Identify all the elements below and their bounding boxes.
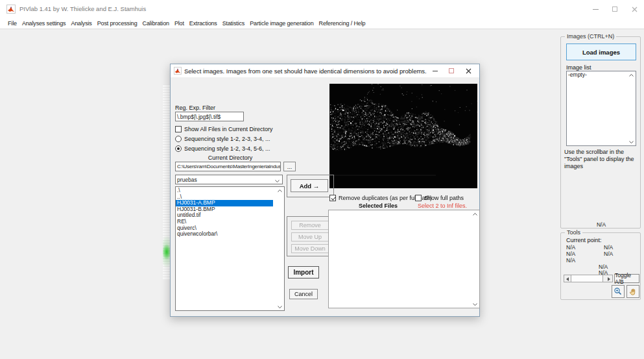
- selected-files-listbox[interactable]: [328, 210, 480, 308]
- show-all-files-label: Show All Files in Current Directory: [184, 126, 273, 132]
- menu-particle-image-generation[interactable]: Particle image generation: [247, 20, 316, 27]
- point-value: N/A: [566, 257, 575, 264]
- regexp-filter-input[interactable]: \.bmp$|\.jpg$|\.tif$: [175, 112, 244, 121]
- scrollbar-thumb[interactable]: [571, 275, 603, 282]
- tools-panel: Tools Current point: N/A N/A N/A N/A N/A…: [560, 232, 641, 300]
- image-list-label: Image list: [566, 64, 591, 71]
- menu-file[interactable]: File: [5, 20, 19, 27]
- dialog-minimize-button[interactable]: [427, 65, 444, 77]
- show-all-files-row[interactable]: Show All Files in Current Directory: [175, 126, 273, 132]
- move-up-button[interactable]: Move Up: [291, 232, 329, 241]
- current-point-label: Current point:: [566, 237, 602, 243]
- window-close-button[interactable]: [625, 1, 644, 18]
- images-na-value: N/A: [561, 221, 641, 228]
- minimize-icon: [593, 9, 599, 10]
- file-list-item[interactable]: quiverwcolorbar\: [176, 231, 284, 238]
- show-all-files-checkbox[interactable]: [175, 126, 182, 132]
- file-list-item[interactable]: RE\: [176, 219, 284, 225]
- file-list-item[interactable]: .\: [176, 188, 284, 194]
- file-list-item[interactable]: untitled.tif: [176, 212, 284, 219]
- point-value: N/A: [604, 244, 613, 251]
- add-button[interactable]: Add →: [291, 179, 328, 192]
- load-images-button[interactable]: Load images: [566, 43, 636, 60]
- dialog-title: Select images. Images from one set shoul…: [184, 68, 427, 75]
- menu-calibration[interactable]: Calibration: [140, 20, 172, 27]
- menu-referencing-help[interactable]: Referencing / Help: [316, 20, 368, 27]
- file-listbox[interactable]: .\ ..\ HJ0031-A.BMP HJ0031-B.BMP untitle…: [175, 186, 285, 311]
- menu-bar: File Analyses settings Analysis Post pro…: [0, 18, 644, 29]
- file-list-item[interactable]: quiverc\: [176, 225, 284, 232]
- close-icon: [632, 6, 638, 12]
- scroll-up-icon[interactable]: [277, 188, 283, 193]
- window-titlebar: PIVlab 1.41 by W. Thielicke and E.J. Sta…: [0, 0, 644, 18]
- window-title: PIVlab 1.41 by W. Thielicke and E.J. Sta…: [19, 5, 146, 12]
- regexp-filter-label: Reg. Exp. Filter: [175, 105, 215, 111]
- seq-style-2-label: Sequencing style 1-2, 3-4, 5-6, ...: [184, 145, 270, 152]
- matlab-dialog-icon: [174, 67, 182, 75]
- remove-duplicates-checkbox[interactable]: [329, 195, 336, 201]
- seq-style-2-row[interactable]: Sequencing style 1-2, 3-4, 5-6, ...: [175, 145, 270, 152]
- window-restore-button[interactable]: [605, 1, 625, 18]
- scroll-up-icon[interactable]: [472, 212, 478, 216]
- minimize-icon: [433, 71, 438, 71]
- window-minimize-button[interactable]: [586, 1, 605, 18]
- background-axes-sliver: [163, 84, 170, 279]
- dialog-close-button[interactable]: [460, 65, 477, 77]
- scroll-down-icon[interactable]: [277, 304, 283, 309]
- file-list-item[interactable]: ..\: [176, 194, 284, 201]
- particle-image-preview: [329, 84, 477, 188]
- clipped-axes-title-fragment: [353, 78, 379, 80]
- close-icon: [466, 68, 471, 74]
- matlab-app-icon: [6, 5, 16, 14]
- folder-dropdown[interactable]: pruebas: [175, 175, 283, 184]
- selected-files-label: Selected Files: [329, 203, 427, 209]
- dialog-titlebar: Select images. Images from one set shoul…: [171, 64, 479, 77]
- images-panel-title: Images (CTRL+N): [565, 33, 616, 40]
- toggle-ab-button[interactable]: Toggle A/B: [614, 274, 639, 283]
- scroll-down-icon[interactable]: [628, 140, 634, 144]
- scroll-down-icon[interactable]: [472, 302, 478, 306]
- tools-panel-title: Tools: [565, 229, 582, 236]
- tools-scrollbar-hint: Use the scrollbar in the "Tools" panel t…: [564, 149, 639, 170]
- seq-style-1-radio[interactable]: [175, 136, 182, 142]
- file-list-item-selected[interactable]: HJ0031-A.BMP: [176, 200, 273, 206]
- seq-style-2-radio[interactable]: [175, 145, 182, 152]
- show-full-paths-checkbox[interactable]: [415, 195, 422, 201]
- zoom-tool-button[interactable]: [612, 285, 625, 298]
- point-value: N/A: [566, 251, 575, 257]
- menu-analyses-settings[interactable]: Analyses settings: [19, 20, 69, 27]
- menu-extractions[interactable]: Extractions: [187, 20, 220, 27]
- chevron-down-icon: [274, 179, 280, 183]
- menu-analysis[interactable]: Analysis: [68, 20, 94, 27]
- browse-button[interactable]: ...: [283, 162, 296, 171]
- file-list-item[interactable]: HJ0031-B.BMP: [176, 206, 284, 213]
- point-value: N/A: [604, 251, 613, 257]
- menu-plot[interactable]: Plot: [172, 20, 187, 27]
- move-down-button[interactable]: Move Down: [291, 244, 329, 253]
- select-images-dialog: Select images. Images from one set shoul…: [170, 64, 480, 317]
- scroll-up-icon[interactable]: [628, 73, 634, 77]
- seq-style-1-label: Sequencing style 1-2, 2-3, 3-4, ...: [184, 136, 270, 142]
- menu-statistics[interactable]: Statistics: [220, 20, 248, 27]
- maximize-icon: [449, 68, 454, 73]
- hand-icon: [629, 288, 638, 296]
- image-list-item[interactable]: -empty-: [567, 71, 636, 78]
- frame-scrollbar[interactable]: [564, 275, 613, 282]
- point-value: N/A: [566, 244, 575, 251]
- import-button[interactable]: Import: [288, 266, 319, 279]
- seq-style-1-row[interactable]: Sequencing style 1-2, 2-3, 3-4, ...: [175, 136, 270, 142]
- show-full-paths-label: Show full paths: [424, 195, 464, 201]
- dialog-maximize-button[interactable]: [444, 65, 460, 77]
- menu-post-processing[interactable]: Post processing: [95, 20, 140, 27]
- folder-dropdown-value: pruebas: [177, 177, 197, 183]
- show-full-paths-row[interactable]: Show full paths: [415, 195, 464, 201]
- magnifier-plus-icon: [614, 287, 623, 296]
- remove-button[interactable]: Remove: [291, 221, 329, 230]
- cancel-button[interactable]: Cancel: [289, 289, 318, 299]
- scroll-left-icon[interactable]: [566, 277, 569, 281]
- current-directory-input[interactable]: C:\Users\ram\Documents\MasterIngenieriaI…: [175, 162, 281, 171]
- scroll-right-icon[interactable]: [608, 277, 610, 281]
- current-directory-label: Current Directory: [175, 155, 285, 161]
- pan-tool-button[interactable]: [626, 285, 639, 298]
- image-listbox[interactable]: -empty-: [566, 71, 636, 146]
